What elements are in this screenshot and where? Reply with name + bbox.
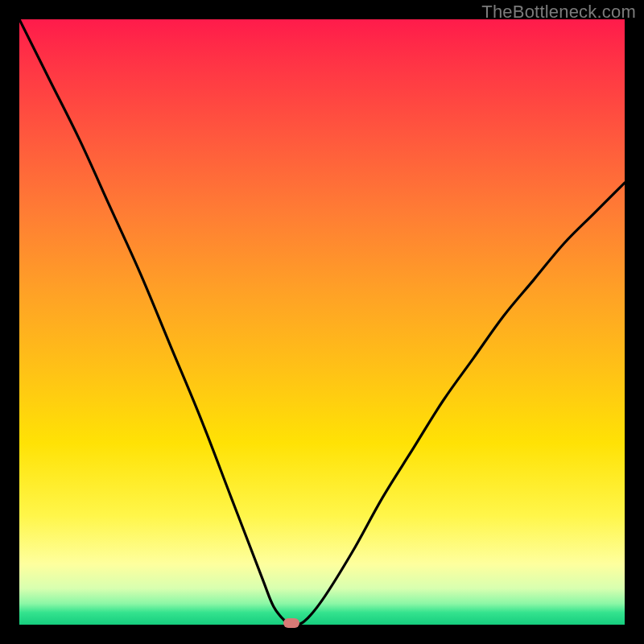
gradient-plot-area xyxy=(19,19,625,625)
chart-frame: TheBottleneck.com xyxy=(0,0,644,644)
watermark-text: TheBottleneck.com xyxy=(481,2,636,23)
